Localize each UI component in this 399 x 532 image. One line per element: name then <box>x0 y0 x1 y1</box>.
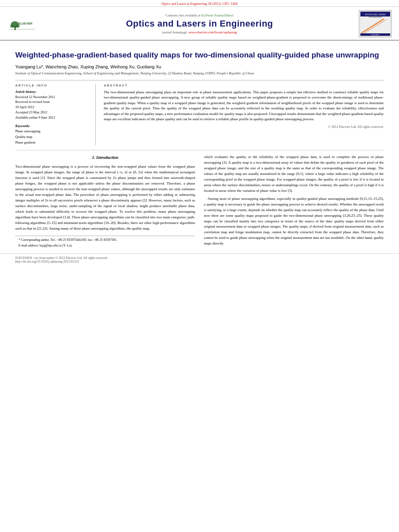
section-1-heading: Introduction <box>96 155 118 160</box>
svg-point-3 <box>10 25 14 28</box>
svg-text:IN ENGINEERING: IN ENGINEERING <box>368 16 382 18</box>
paper-authors: Yuangang Lu*, Wancheng Zhao, Xuping Zhan… <box>15 64 384 69</box>
svg-text:ELSEVIER: ELSEVIER <box>19 22 33 25</box>
received-revised-label: Received in revised form <box>15 99 90 105</box>
authors-text: Yuangang Lu*, Wancheng Zhao, Xuping Zhan… <box>15 64 161 69</box>
article-info-column: ARTICLE INFO Article history: Received 1… <box>15 84 96 146</box>
journal-cover-image: OPTICS AND LASERS IN ENGINEERING ELSEVIE… <box>359 10 392 37</box>
info-abstract-section: ARTICLE INFO Article history: Received 1… <box>15 80 384 146</box>
homepage-link[interactable]: www.elsevier.com/locate/optlaseng <box>189 30 237 34</box>
section-divider <box>15 150 384 150</box>
footnote-corresponding: * Corresponding author. Tel.: +86 25 835… <box>15 238 195 242</box>
received-date: Received 12 November 2011 <box>15 94 90 100</box>
copyright-line: © 2012 Elsevier Ltd. All rights reserved… <box>104 125 384 129</box>
journal-reference-bar: Optics and Lasers in Engineering 50 (201… <box>0 0 399 6</box>
article-info-heading: ARTICLE INFO <box>15 84 90 87</box>
abstract-column: ABSTRACT The two-dimensional phase unwra… <box>104 84 384 146</box>
abstract-body: The two-dimensional phase unwrapping pla… <box>104 90 384 121</box>
journal-header: ELSEVIER Contents lists available at Sci… <box>0 6 399 41</box>
homepage-text: journal homepage: <box>162 30 188 34</box>
intro-para-3: Among most of phase unwrapping algorithm… <box>204 196 384 246</box>
journal-ref-text: Optics and Lasers in Engineering 50 (201… <box>161 2 237 6</box>
journal-cover-area: OPTICS AND LASERS IN ENGINEERING ELSEVIE… <box>356 10 392 37</box>
keyword-2: Quality map <box>15 134 90 140</box>
article-dates: Received 12 November 2011 Received in re… <box>15 94 90 120</box>
abstract-heading: ABSTRACT <box>104 84 384 87</box>
footnote-email: E-mail address: luyg@nju.edu.cn (Y. Lu). <box>15 243 195 248</box>
available-online: Available online 9 June 2012 <box>15 115 90 120</box>
elsevier-logo-area: ELSEVIER <box>7 16 43 31</box>
contents-line: Contents lists available at SciVerse Sci… <box>43 13 356 17</box>
contents-text: Contents lists available at <box>166 13 201 17</box>
homepage-line: journal homepage: www.elsevier.com/locat… <box>43 30 356 34</box>
accepted-date: Accepted 23 May 2012 <box>15 110 90 115</box>
svg-text:ELSEVIER: ELSEVIER <box>371 34 379 36</box>
body-col-left: 1. Introduction Two-dimensional phase un… <box>15 154 195 249</box>
doi-line: http://dx.doi.org/10.1016/j.optlaseng.20… <box>15 260 384 263</box>
body-col-right: which evaluates the quality or the relia… <box>204 154 384 249</box>
intro-para-2: which evaluates the quality or the relia… <box>204 154 384 194</box>
section-1-number: 1. <box>92 155 95 160</box>
svg-point-4 <box>16 25 20 28</box>
paper-affiliation: Institute of Optical Communication Engin… <box>15 71 384 75</box>
intro-para-1: Two-dimensional phase unwrapping is a pr… <box>15 164 195 231</box>
body-section: 1. Introduction Two-dimensional phase un… <box>15 154 384 249</box>
revised-date: 10 April 2012 <box>15 105 90 110</box>
intro-para2-text: which evaluates the quality or the relia… <box>204 155 384 193</box>
section-1-title: 1. Introduction <box>15 154 195 161</box>
paper-content: Weighted-phase-gradient-based quality ma… <box>0 41 399 253</box>
keyword-1: Phase unwrapping <box>15 129 90 134</box>
bottom-bar: 0143-8166/$ - see front matter © 2012 El… <box>0 253 399 265</box>
keywords-list: Phase unwrapping Quality map Phase gradi… <box>15 129 90 145</box>
footnote-area: * Corresponding author. Tel.: +86 25 835… <box>15 236 195 249</box>
intro-para1-text: Two-dimensional phase unwrapping is a pr… <box>15 164 195 230</box>
journal-title: Optics and Lasers in Engineering <box>43 18 356 29</box>
intro-para3-text: Among most of phase unwrapping algorithm… <box>204 197 384 246</box>
journal-header-center: Contents lists available at SciVerse Sci… <box>43 13 356 34</box>
keyword-3: Phase gradient <box>15 140 90 146</box>
sciverse-link[interactable]: SciVerse ScienceDirect <box>202 13 234 17</box>
abstract-text: The two-dimensional phase unwrapping pla… <box>104 90 384 122</box>
issn-line: 0143-8166/$ - see front matter © 2012 El… <box>15 256 384 260</box>
history-label: Article history: <box>15 90 90 94</box>
keywords-label: Keywords: <box>15 124 90 128</box>
svg-text:OPTICS AND LASERS: OPTICS AND LASERS <box>365 13 386 16</box>
elsevier-logo: ELSEVIER <box>7 16 36 31</box>
paper-title: Weighted-phase-gradient-based quality ma… <box>15 50 384 60</box>
